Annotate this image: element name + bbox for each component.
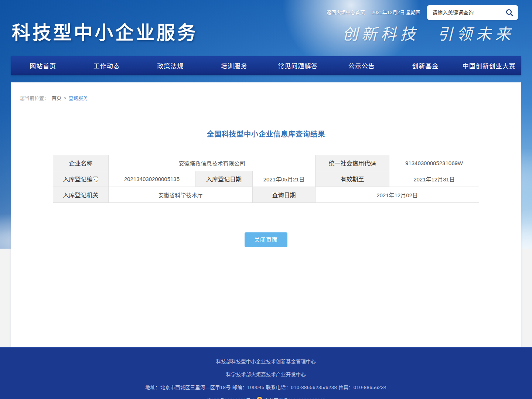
current-date: 2021年12月2日 星期四: [372, 5, 420, 20]
value-valid-until: 2021年12月31日: [389, 171, 479, 187]
value-registration-number: 202134030200005135: [108, 171, 195, 187]
site-logo-title: 科技型中小企业服务: [12, 18, 198, 44]
nav-item-innovation-fund[interactable]: 创新基金: [393, 56, 457, 75]
label-registration-date: 入库登记日期: [195, 171, 252, 187]
main-navigation: 网站首页 工作动态 政策法规 培训服务 常见问题解答 公示公告 创新基金 中国创…: [11, 56, 521, 75]
table-row: 入库登记编号 202134030200005135 入库登记日期 2021年05…: [53, 171, 479, 187]
breadcrumb-current-link[interactable]: 查询服务: [69, 95, 88, 101]
table-row: 入库登记机关 安徽省科学技术厅 查询日期 2021年12月02日: [53, 187, 479, 203]
page-footer: 科技部科技型中小企业技术创新基金管理中心 科学技术部火炬高技术产业开发中心 地址…: [0, 347, 532, 399]
footer-contact-line: 地址：北京市西城区三里河二区甲18号 邮编：100045 联系电话：010-88…: [0, 383, 532, 391]
nav-item-faq[interactable]: 常见问题解答: [266, 56, 330, 75]
footer-org-line-2: 科学技术部火炬高技术产业开发中心: [0, 371, 532, 378]
nav-item-work-news[interactable]: 工作动态: [75, 56, 139, 75]
breadcrumb: 您当前位置：首页>查询服务: [19, 82, 513, 107]
back-to-torch-center-link[interactable]: 返回火炬中心首页: [327, 5, 365, 20]
breadcrumb-separator: >: [64, 95, 66, 101]
site-slogan: 创新科技 引领未来: [342, 21, 514, 44]
table-row: 企业名称 安徽塔孜信息技术有限公司 统一社会信用代码 9134030008523…: [53, 155, 479, 171]
value-registration-authority: 安徽省科学技术厅: [108, 187, 252, 203]
nav-item-innovation-contest[interactable]: 中国创新创业大赛: [457, 56, 521, 75]
label-company-name: 企业名称: [53, 155, 108, 171]
close-page-button[interactable]: 关闭页面: [245, 232, 287, 247]
public-security-record-link[interactable]: 京公网安备11010202007048: [264, 396, 325, 399]
footer-record-line: 京ICP备13019302号-1 京公网安备11010202007048: [0, 396, 532, 399]
topbar: 返回火炬中心首页 2021年12月2日 星期四: [327, 5, 518, 20]
label-registration-number: 入库登记编号: [53, 171, 108, 187]
label-query-date: 查询日期: [252, 187, 315, 203]
label-valid-until: 有效期至: [316, 171, 389, 187]
value-query-date: 2021年12月02日: [316, 187, 479, 203]
value-company-name: 安徽塔孜信息技术有限公司: [108, 155, 315, 171]
icp-record-link[interactable]: 京ICP备13019302号-1: [207, 396, 255, 399]
search-box[interactable]: [427, 5, 518, 20]
nav-item-training[interactable]: 培训服务: [202, 56, 266, 75]
page-title: 全国科技型中小企业信息库查询结果: [11, 129, 521, 139]
nav-item-policies[interactable]: 政策法规: [139, 56, 202, 75]
nav-item-announcements[interactable]: 公示公告: [330, 56, 394, 75]
main-content-panel: 您当前位置：首页>查询服务 全国科技型中小企业信息库查询结果 企业名称 安徽塔孜…: [11, 82, 521, 347]
label-credit-code: 统一社会信用代码: [316, 155, 389, 171]
search-icon[interactable]: [505, 8, 514, 17]
page: 返回火炬中心首页 2021年12月2日 星期四 科技型中小企业服务 创新科技 引…: [0, 0, 532, 399]
query-result-table: 企业名称 安徽塔孜信息技术有限公司 统一社会信用代码 9134030008523…: [53, 155, 479, 203]
public-security-badge-icon: [256, 397, 263, 399]
breadcrumb-home-link[interactable]: 首页: [52, 95, 61, 101]
value-registration-date: 2021年05月21日: [252, 171, 315, 187]
footer-org-line-1: 科技部科技型中小企业技术创新基金管理中心: [0, 358, 532, 365]
value-credit-code: 91340300085231069W: [389, 155, 479, 171]
label-registration-authority: 入库登记机关: [53, 187, 108, 203]
nav-item-home[interactable]: 网站首页: [11, 56, 75, 75]
breadcrumb-prefix: 您当前位置：: [20, 95, 49, 101]
search-input[interactable]: [432, 10, 505, 16]
close-button-container: 关闭页面: [11, 232, 521, 247]
